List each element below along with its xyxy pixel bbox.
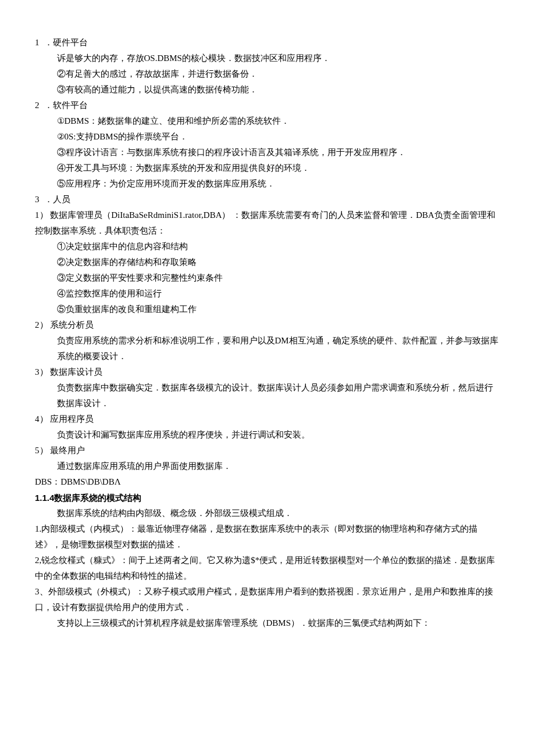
s2-item1: ①DBMS：姥数据隼的建立、使用和维护所必需的系统软件． — [35, 113, 500, 129]
s1-item2: ②有足善大的感过，存故故据库，并进行数据备份． — [35, 66, 500, 82]
s1-item3: ③有较高的通过能力，以提供高速的数据传椅功能． — [35, 82, 500, 98]
s3-programmer-heading: 4） 应用程序员 — [35, 411, 500, 427]
s3-dba-item3: ③定义数据的平安性要求和完整性约束条件 — [35, 270, 500, 286]
s3-heading: 3 ．人员 — [35, 192, 500, 207]
s2-heading: 2 ．软件平台 — [35, 98, 500, 113]
s1-heading: 1 ．硬件平台 — [35, 35, 500, 51]
s3-enduser-heading: 5） 最终用户 — [35, 443, 500, 458]
section-114-heading: 1.1.4数据库系烧的模式结构 — [35, 490, 500, 506]
s2-item2: ②0S:支持DBMS的操作票统平台． — [35, 129, 500, 145]
s3-dba-item5: ⑤负重蚊据库的改良和重组建构工作 — [35, 302, 500, 317]
s4-intro: 数据库系统的结构由内部级、概念级．外部级三级模式组成． — [35, 506, 500, 521]
s2-item4: ④开发工具与环境：为数据库系统的开发和应用提供良好的环境． — [35, 160, 500, 176]
s3-designer-para: 负责数据库中数据确实定．数据库各级模亢的设计。数据库误计人员必须参如用户需求调查… — [35, 380, 500, 411]
s3-designer-heading: 3） 数据库设计员 — [35, 364, 500, 380]
s3-programmer-para: 负责设计和漏写数据库应用系统的程序便块，并进行调试和安装。 — [35, 427, 500, 443]
s3-dba-item4: ④监控数抠库的使用和运行 — [35, 286, 500, 302]
s2-item3: ③程序设计语言：与数据库系统有接口的程序设计语言及其箱译系统，用于开发应用程序． — [35, 145, 500, 160]
s4-dbms-support: 支持以上三级模式的计算机程序就是蚊据库管理系统（DBMS）．蚊据库的三氯便式结构… — [35, 615, 500, 631]
s3-dba-item2: ②决定数据库的存储结构和存取策略 — [35, 255, 500, 270]
s4-internal-schema: 1.内部级模式（内模式）：最靠近物理存储器，是数据在数据库系统中的表示（即对数据… — [35, 521, 500, 553]
s4-external-schema: 3、外部级模式（外模式）：又称子模式或用户槿式，是数据库用户看到的数搭视图．景京… — [35, 584, 500, 615]
s2-item5: ⑤应用程序：为价定应用环境而开发的数据库应用系统． — [35, 176, 500, 192]
s3-enduser-para: 通过数据库应用系琉的用户界面使用数据库． — [35, 458, 500, 474]
s4-conceptual-schema: 2,锐念纹槿式（糠式》：间于上述两者之间。它又称为遗$*便式，是用近转数据模型对… — [35, 553, 500, 584]
s3-dbs-line: DBS：DBMS\DB\DBΛ — [35, 474, 500, 490]
s3-dba-para: 1） 数据库管理员（DiItaBaSeRdminiS1.rator,DBA） ：… — [35, 207, 500, 239]
s3-analyst-heading: 2） 系统分析员 — [35, 317, 500, 333]
s1-item1: 诉是够大的内存，存放OS.DBMS的核心模块．数据技冲区和应用程序． — [35, 51, 500, 66]
s3-dba-item1: ①决定蚊据库中的信息内容和结构 — [35, 239, 500, 255]
s3-analyst-para: 负责应用系统的需求分析和标准说明工作，要和用户以及DM相互沟通，确定系统的硬件、… — [35, 333, 500, 364]
